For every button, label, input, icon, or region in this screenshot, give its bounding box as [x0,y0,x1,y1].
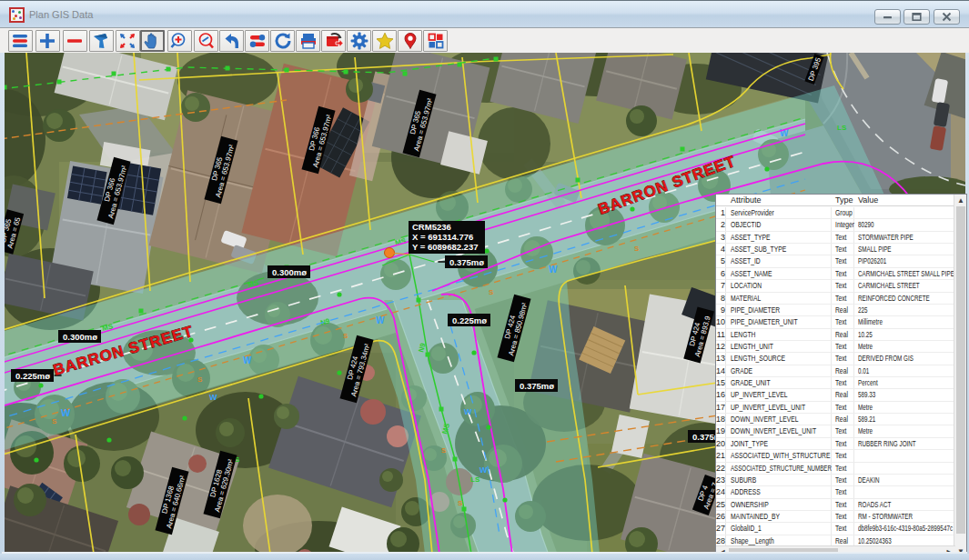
svg-text:CRM5236: CRM5236 [412,222,451,232]
svg-text:W: W [209,393,217,402]
svg-text:W: W [243,355,252,365]
svg-text:Y = 6089682.237: Y = 6089682.237 [412,242,478,252]
svg-text:X = 691314.776: X = 691314.776 [412,232,473,242]
svg-text:S: S [197,375,203,384]
svg-text:LS: LS [837,124,847,132]
svg-text:0.225mø: 0.225mø [452,315,487,325]
svg-text:0.300mø: 0.300mø [63,332,97,342]
svg-text:S: S [343,332,348,340]
svg-text:0.225mø: 0.225mø [15,371,50,381]
svg-text:W: W [479,465,488,475]
svg-text:S: S [52,417,57,425]
svg-text:0.375mø: 0.375mø [449,257,484,267]
svg-text:S: S [634,245,640,253]
svg-text:W: W [61,407,71,418]
svg-text:W: W [376,315,385,325]
svg-text:S: S [458,499,463,507]
svg-text:S: S [489,288,494,296]
svg-text:0.300mø: 0.300mø [272,267,307,277]
svg-text:W: W [464,407,472,416]
svg-text:0.375mø: 0.375mø [520,381,554,391]
svg-text:S: S [441,446,447,455]
svg-text:W: W [549,265,558,275]
svg-text:LS: LS [470,475,480,484]
